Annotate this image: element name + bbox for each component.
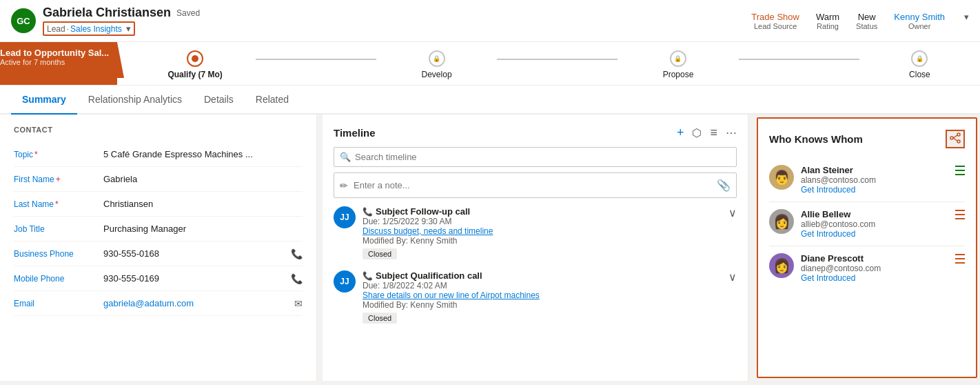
saved-label: Saved — [176, 8, 200, 18]
timeline-note-input[interactable] — [354, 180, 717, 190]
header-name-area: Gabriela Christiansen Saved Lead · Sales… — [43, 6, 751, 36]
stage-sidebar[interactable]: Lead to Opportunity Sal... Active for 7 … — [0, 42, 117, 85]
field-value-mobilephone[interactable]: 930-555-0169 — [103, 273, 285, 284]
wkw-person-2: 👩 Allie Bellew allieb@contoso.com Get In… — [769, 202, 965, 246]
app-header: GC Gabriela Christiansen Saved Lead · Sa… — [0, 0, 980, 42]
svg-point-1 — [957, 133, 960, 136]
required-star-firstname: + — [56, 175, 61, 184]
person-avatar-1: 👨 — [769, 165, 794, 190]
person-name-3: Diane Prescott — [801, 253, 948, 264]
timeline-link-1[interactable]: Discuss budget, needs and timeline — [363, 226, 722, 236]
field-label-mobilephone: Mobile Phone — [14, 274, 103, 284]
field-jobtitle: Job Title Purchasing Manager — [14, 217, 303, 241]
timeline-search-box[interactable]: 🔍 — [334, 147, 737, 167]
person-link-2[interactable]: Get Introduced — [801, 229, 948, 239]
network-icon — [950, 132, 961, 144]
stage-label-propose: Propose — [663, 70, 694, 79]
timeline-link-2[interactable]: Share details on our new line of Airpot … — [363, 290, 722, 300]
wkw-person-1: 👨 Alan Steiner alans@contoso.com Get Int… — [769, 158, 965, 202]
wkw-person-3: 👩 Diane Prescott dianep@contoso.com Get … — [769, 246, 965, 290]
person-menu-1[interactable] — [955, 165, 965, 176]
timeline-filter-button[interactable]: ⬡ — [692, 126, 702, 139]
stage-connector-1 — [256, 59, 376, 60]
svg-line-3 — [953, 135, 957, 138]
meta-status: New Status — [856, 12, 877, 30]
field-label-firstname: First Name+ — [14, 175, 103, 184]
breadcrumb-sep: · — [67, 24, 69, 34]
owner-label: Owner — [894, 22, 945, 30]
timeline-add-button[interactable]: + — [677, 126, 684, 140]
owner-value[interactable]: Kenny Smith — [894, 12, 945, 22]
meta-lead-source: Trade Show Lead Source — [751, 12, 799, 30]
field-value-firstname[interactable]: Gabriela — [103, 174, 303, 184]
tabs-bar: Summary Relationship Analytics Details R… — [0, 86, 980, 115]
person-menu-3[interactable] — [955, 253, 965, 264]
timeline-expand-1[interactable]: ∨ — [728, 206, 737, 219]
tab-details[interactable]: Details — [193, 86, 245, 115]
timeline-expand-2[interactable]: ∨ — [728, 270, 737, 284]
lead-source-label: Lead Source — [751, 22, 799, 30]
timeline-modified-1: Modified By: Kenny Smith — [363, 236, 722, 246]
wkw-network-icon-button[interactable] — [946, 130, 965, 148]
svg-point-0 — [950, 137, 953, 139]
wkw-title: Who Knows Whom — [769, 133, 863, 145]
stage-bar: Lead to Opportunity Sal... Active for 7 … — [0, 42, 980, 86]
timeline-status-badge-2: Closed — [363, 313, 397, 324]
field-value-jobtitle[interactable]: Purchasing Manager — [103, 224, 303, 234]
timeline-body-1: 📞 Subject Follow-up call Due: 1/25/2022 … — [363, 206, 722, 259]
timeline-note-box[interactable]: ✏ 📎 — [334, 172, 737, 198]
timeline-sort-button[interactable]: ≡ — [710, 126, 717, 140]
person-menu-2[interactable] — [955, 209, 965, 220]
email-icon[interactable]: ✉ — [294, 298, 303, 309]
field-value-businessphone[interactable]: 930-555-0168 — [103, 248, 285, 259]
timeline-due-1: Due: 1/25/2022 9:30 AM — [363, 217, 722, 226]
header-meta: Trade Show Lead Source Warm Rating New S… — [751, 12, 969, 30]
contact-name: Gabriela Christiansen Saved — [43, 6, 751, 20]
field-label-businessphone: Business Phone — [14, 249, 103, 259]
timeline-status-badge-1: Closed — [363, 248, 397, 259]
stage-steps: Qualify (7 Mo) 🔒 Develop 🔒 Propose 🔒 Clo… — [121, 42, 981, 85]
stage-label-close: Close — [909, 70, 930, 79]
phone-icon-business[interactable]: 📞 — [291, 248, 303, 259]
breadcrumb-lead: Lead — [47, 24, 65, 34]
paperclip-icon[interactable]: 📎 — [717, 179, 731, 192]
stage-step-qualify[interactable]: Qualify (7 Mo) — [135, 50, 256, 79]
header-chevron-icon[interactable]: ▾ — [964, 12, 969, 22]
person-email-1: alans@contoso.com — [801, 175, 948, 185]
field-label-topic: Topic* — [14, 150, 103, 159]
field-mobilephone: Mobile Phone 930-555-0169 📞 — [14, 266, 303, 291]
breadcrumb-chevron-icon[interactable]: ▾ — [126, 23, 131, 34]
phone-call-icon-2: 📞 — [363, 271, 373, 281]
field-businessphone: Business Phone 930-555-0168 📞 — [14, 241, 303, 266]
timeline-search-input[interactable] — [355, 152, 731, 162]
timeline-due-2: Due: 1/8/2022 4:02 AM — [363, 281, 722, 290]
field-label-lastname: Last Name* — [14, 199, 103, 209]
status-value: New — [856, 12, 877, 22]
tab-related[interactable]: Related — [245, 86, 300, 115]
lead-source-value: Trade Show — [751, 12, 799, 22]
person-link-1[interactable]: Get Introduced — [801, 185, 948, 195]
field-value-lastname[interactable]: Christiansen — [103, 199, 303, 209]
timeline-more-button[interactable]: ⋯ — [726, 126, 737, 139]
stage-step-develop[interactable]: 🔒 Develop — [376, 50, 497, 79]
field-value-email[interactable]: gabriela@adatum.com — [103, 298, 289, 308]
field-value-topic[interactable]: 5 Café Grande Espresso Machines ... — [103, 149, 303, 159]
breadcrumb-sales[interactable]: Sales Insights — [70, 24, 122, 34]
timeline-panel: Timeline + ⬡ ≡ ⋯ 🔍 ✏ 📎 JJ 📞 Subject Fol — [323, 115, 748, 381]
breadcrumb-box[interactable]: Lead · Sales Insights ▾ — [43, 21, 135, 36]
person-email-3: dianep@contoso.com — [801, 264, 948, 273]
field-topic: Topic* 5 Café Grande Espresso Machines .… — [14, 142, 303, 167]
timeline-avatar-2: JJ — [334, 270, 356, 293]
stage-connector-2 — [497, 59, 617, 60]
stage-step-propose[interactable]: 🔒 Propose — [617, 50, 738, 79]
person-name-2: Allie Bellew — [801, 209, 948, 219]
tab-relationship-analytics[interactable]: Relationship Analytics — [77, 86, 193, 115]
rating-value: Warm — [816, 12, 839, 22]
phone-icon-mobile[interactable]: 📞 — [291, 273, 303, 284]
main-content: CONTACT Topic* 5 Café Grande Espresso Ma… — [0, 115, 980, 381]
meta-owner: Kenny Smith Owner — [894, 12, 945, 30]
person-link-3[interactable]: Get Introduced — [801, 273, 948, 283]
wkw-header: Who Knows Whom — [769, 130, 965, 148]
tab-summary[interactable]: Summary — [11, 86, 77, 115]
stage-step-close[interactable]: 🔒 Close — [859, 50, 980, 79]
